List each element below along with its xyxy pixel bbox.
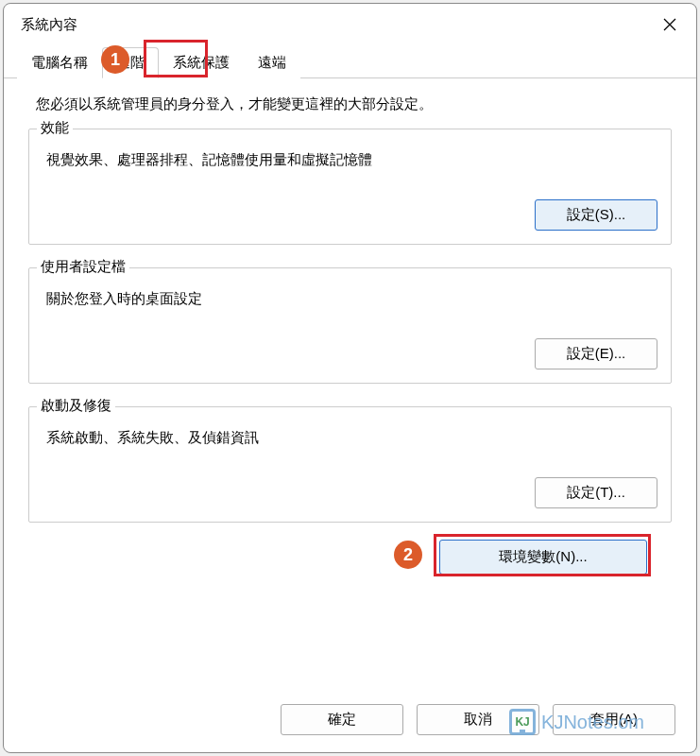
tab-computer-name[interactable]: 電腦名稱 (17, 47, 102, 78)
tab-content-advanced: 您必須以系統管理員的身分登入，才能變更這裡的大部分設定。 效能 視覺效果、處理器… (4, 77, 696, 584)
user-profiles-group: 使用者設定檔 關於您登入時的桌面設定 設定(E)... (28, 267, 672, 384)
performance-settings-button[interactable]: 設定(S)... (535, 199, 657, 231)
dialog-footer: 確定 取消 套用(A) (4, 691, 696, 752)
env-vars-row: 環境變數(N)... 2 (28, 540, 672, 575)
startup-recovery-settings-button[interactable]: 設定(T)... (535, 477, 657, 508)
performance-desc: 視覺效果、處理器排程、記憶體使用量和虛擬記憶體 (46, 151, 657, 169)
tab-remote[interactable]: 遠端 (244, 47, 300, 78)
user-profiles-desc: 關於您登入時的桌面設定 (46, 290, 657, 308)
startup-recovery-title: 啟動及修復 (37, 397, 115, 415)
annotation-badge-2: 2 (394, 541, 422, 569)
ok-button[interactable]: 確定 (281, 704, 403, 735)
startup-recovery-desc: 系統啟動、系統失敗、及偵錯資訊 (46, 429, 657, 447)
tab-bar: 電腦名稱 進階 系統保護 遠端 1 (4, 43, 696, 78)
user-profiles-title: 使用者設定檔 (37, 258, 129, 276)
performance-title: 效能 (37, 119, 73, 137)
titlebar: 系統內容 (4, 4, 696, 43)
tab-system-protection[interactable]: 系統保護 (159, 47, 244, 78)
close-icon[interactable] (657, 11, 683, 38)
performance-group: 效能 視覺效果、處理器排程、記憶體使用量和虛擬記憶體 設定(S)... (28, 129, 672, 245)
tab-advanced[interactable]: 進階 (102, 47, 159, 78)
user-profiles-settings-button[interactable]: 設定(E)... (535, 338, 657, 369)
dialog-title: 系統內容 (21, 16, 77, 34)
admin-note-text: 您必須以系統管理員的身分登入，才能變更這裡的大部分設定。 (36, 95, 672, 113)
system-properties-dialog: 系統內容 電腦名稱 進階 系統保護 遠端 1 您必須以系統管理員的身分登入，才能… (3, 3, 697, 753)
startup-recovery-group: 啟動及修復 系統啟動、系統失敗、及偵錯資訊 設定(T)... (28, 406, 672, 523)
cancel-button[interactable]: 取消 (417, 704, 539, 735)
environment-variables-button[interactable]: 環境變數(N)... (439, 540, 647, 575)
apply-button[interactable]: 套用(A) (553, 704, 675, 735)
